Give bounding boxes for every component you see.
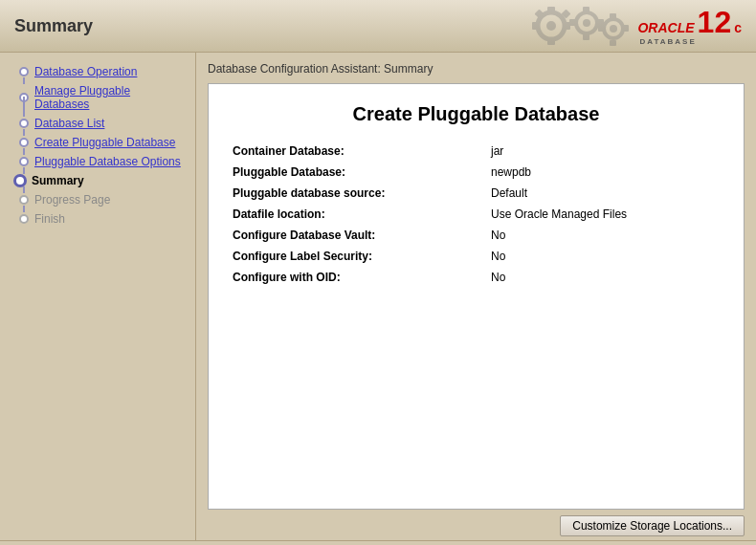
info-label: Configure Database Vault: <box>233 229 491 242</box>
info-value: No <box>491 250 505 263</box>
info-value: Default <box>491 186 527 200</box>
info-value: No <box>491 271 505 284</box>
nav-dot <box>14 175 26 186</box>
svg-point-13 <box>583 19 590 27</box>
sidebar-item-label[interactable]: Database List <box>34 117 104 130</box>
nav-dot <box>19 157 29 166</box>
gear-decoration-icon <box>527 2 633 50</box>
svg-point-7 <box>546 21 556 31</box>
customize-area: Customize Storage Locations... <box>196 510 756 540</box>
content-header: Database Configuration Assistant: Summar… <box>208 62 745 76</box>
info-label: Pluggable Database: <box>233 165 491 179</box>
info-value: No <box>491 229 505 242</box>
sidebar-item-create-pluggable[interactable]: Create Pluggable Database <box>0 133 195 152</box>
svg-rect-1 <box>547 7 555 14</box>
sidebar-item-database-list[interactable]: Database List <box>0 114 195 133</box>
svg-rect-9 <box>583 7 589 13</box>
info-label: Pluggable database source: <box>233 186 491 200</box>
info-label: Datafile location: <box>233 207 491 221</box>
sidebar-item-summary: Summary <box>0 171 195 190</box>
oracle-text: ORACLE <box>637 20 694 35</box>
svg-rect-16 <box>610 40 616 46</box>
header: Summary ORACL <box>0 0 756 53</box>
nav-dot <box>19 67 29 76</box>
sidebar-item-database-operation[interactable]: Database Operation <box>0 62 195 81</box>
svg-rect-2 <box>547 37 555 45</box>
info-row: Container Database:jar <box>233 144 720 158</box>
sidebar-item-label[interactable]: Manage Pluggable Databases <box>34 84 188 111</box>
sidebar-item-label: Progress Page <box>34 193 110 207</box>
nav-dot <box>19 138 29 147</box>
info-label: Configure Label Security: <box>233 250 491 263</box>
svg-rect-3 <box>532 22 540 30</box>
sidebar-item-label[interactable]: Create Pluggable Database <box>34 136 175 149</box>
info-value: newpdb <box>491 165 531 179</box>
info-row: Pluggable database source:Default <box>233 186 720 200</box>
info-label: Configure with OID: <box>233 271 491 284</box>
version-sup: c <box>734 20 742 35</box>
content-box: Create Pluggable Database Container Data… <box>208 83 745 510</box>
info-table: Container Database:jarPluggable Database… <box>233 144 720 284</box>
info-value: jar <box>491 144 503 158</box>
main-layout: Database Operation Manage Pluggable Data… <box>0 53 756 540</box>
info-value: Use Oracle Managed Files <box>491 207 627 221</box>
sidebar-item-label[interactable]: Pluggable Database Options <box>34 155 181 168</box>
info-row: Pluggable Database:newpdb <box>233 165 720 179</box>
oracle-logo: ORACLE 12c DATABASE <box>637 7 742 46</box>
header-right: ORACLE 12c DATABASE <box>527 2 742 50</box>
nav-dot <box>19 214 29 224</box>
sidebar-item-manage-pluggable[interactable]: Manage Pluggable Databases <box>0 81 195 114</box>
info-row: Configure Database Vault:No <box>233 229 720 242</box>
page-title: Summary <box>14 16 93 36</box>
database-label: DATABASE <box>639 37 696 46</box>
nav-dot <box>19 195 29 205</box>
info-row: Configure Label Security:No <box>233 250 720 263</box>
sidebar-item-pluggable-options[interactable]: Pluggable Database Options <box>0 152 195 171</box>
sidebar-item-label[interactable]: Database Operation <box>34 65 137 78</box>
info-label: Container Database: <box>233 144 491 158</box>
bottom-bar: Help < Back Next > Finish Cancel <box>0 540 756 545</box>
svg-rect-17 <box>598 25 604 32</box>
sidebar-item-finish: Finish <box>0 209 195 229</box>
content-box-title: Create Pluggable Database <box>233 103 720 125</box>
svg-rect-15 <box>610 13 616 19</box>
info-row: Datafile location:Use Oracle Managed Fil… <box>233 207 720 221</box>
content-wrapper: Database Configuration Assistant: Summar… <box>196 53 756 540</box>
sidebar-item-label: Summary <box>32 174 84 187</box>
sidebar: Database Operation Manage Pluggable Data… <box>0 53 196 540</box>
content-area: Database Configuration Assistant: Summar… <box>196 53 756 510</box>
customize-storage-button[interactable]: Customize Storage Locations... <box>560 515 745 536</box>
svg-rect-11 <box>569 19 576 26</box>
svg-rect-18 <box>623 25 629 32</box>
version-number: 12 <box>698 7 732 37</box>
nav-dot <box>19 119 29 128</box>
svg-point-19 <box>610 25 617 33</box>
svg-rect-10 <box>583 33 589 40</box>
info-row: Configure with OID:No <box>233 271 720 284</box>
sidebar-item-label: Finish <box>34 212 65 226</box>
sidebar-item-progress-page: Progress Page <box>0 190 195 209</box>
svg-rect-4 <box>563 22 570 30</box>
